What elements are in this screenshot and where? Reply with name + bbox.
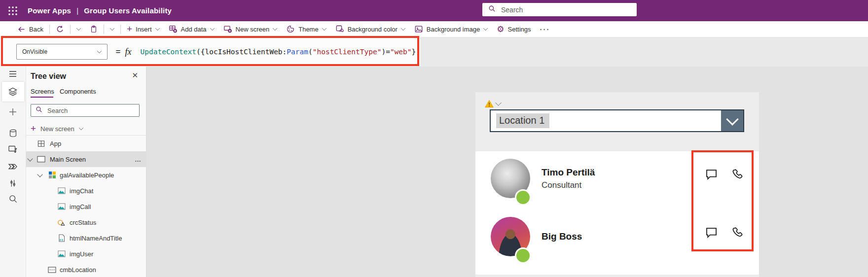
chevron-down-icon: [110, 26, 114, 30]
tree-view-panel: Tree view ✕ Screens Components + New scr…: [26, 67, 146, 277]
chevron-down-icon: [401, 26, 405, 30]
hamburger-icon[interactable]: [6, 68, 19, 80]
image-icon: [57, 250, 66, 258]
toolbar-divider: [49, 25, 50, 34]
tree-search-box[interactable]: [31, 104, 140, 117]
person-title: Consultant: [542, 180, 595, 190]
settings-button[interactable]: ⚙ Settings: [492, 21, 535, 37]
property-selector-value: OnVisible: [22, 48, 47, 55]
add-data-label: Add data: [181, 26, 207, 33]
new-screen-button[interactable]: + New screen: [31, 122, 83, 135]
toolbar-divider: [70, 25, 71, 34]
chevron-down-icon: [273, 26, 277, 30]
person-row-1[interactable]: Timo PertiläConsultant: [475, 155, 759, 213]
tree-item-label: imgChat: [70, 187, 93, 195]
global-search-input[interactable]: [500, 5, 625, 14]
combobox-dropdown-button[interactable]: [721, 110, 743, 131]
insert-menu[interactable]: + Insert: [122, 21, 164, 37]
app-header: Power Apps | Group Users Availability: [0, 0, 868, 21]
toolbar-overflow-button[interactable]: ···: [536, 21, 555, 37]
background-color-label: Background color: [348, 26, 398, 33]
tree-item-app[interactable]: App: [26, 136, 146, 151]
chevron-expanded-icon[interactable]: [27, 156, 33, 161]
chevron-down-icon: [483, 26, 488, 30]
media-icon[interactable]: [6, 143, 19, 156]
tree-item-htmlnameandtitle[interactable]: htmlNameAndTitle: [26, 230, 146, 246]
tree-item-galavailablepeople[interactable]: galAvailablePeople: [26, 167, 146, 183]
back-label: Back: [29, 26, 43, 33]
chevron-down-icon: [726, 113, 738, 125]
waffle-menu-icon[interactable]: [6, 4, 19, 17]
power-automate-icon[interactable]: [6, 160, 19, 173]
person-name: Timo Pertilä: [542, 167, 595, 178]
tab-components[interactable]: Components: [60, 88, 96, 95]
presence-available-badge: [515, 189, 531, 206]
plus-icon: +: [127, 24, 132, 34]
background-image-menu[interactable]: Background image: [410, 21, 492, 37]
formula-token: UpdateContext: [141, 48, 197, 56]
brand-name: Power Apps: [28, 6, 71, 15]
paste-dropdown[interactable]: [106, 21, 119, 37]
property-selector[interactable]: OnVisible: [16, 44, 108, 60]
chevron-down-icon: [155, 26, 159, 30]
equals-sign: =: [116, 47, 121, 57]
global-search-box[interactable]: [482, 3, 637, 16]
overflow-icon: ···: [540, 25, 550, 34]
chevron-down-icon: [97, 48, 101, 53]
chat-icon[interactable]: [704, 225, 718, 239]
back-button[interactable]: Back: [13, 21, 48, 37]
toolbar-divider: [120, 25, 121, 34]
formula-token: Param: [287, 48, 308, 56]
person-name: Big Boss: [542, 231, 582, 242]
data-icon[interactable]: [6, 127, 19, 139]
background-image-label: Background image: [427, 26, 480, 33]
close-icon[interactable]: ✕: [132, 71, 138, 80]
paste-button[interactable]: [85, 21, 102, 37]
tree-item-crcstatus[interactable]: crcStatus: [26, 214, 146, 230]
new-screen-button-label: New screen: [40, 125, 74, 133]
location-combobox[interactable]: Location 1: [490, 109, 744, 132]
search-icon: [488, 5, 496, 14]
tree-view-icon[interactable]: [6, 85, 19, 98]
new-screen-menu[interactable]: New screen: [219, 21, 282, 37]
canvas-area: Location 1 Timo PertiläConsultantBig Bos…: [146, 67, 868, 277]
add-icon[interactable]: [6, 105, 19, 118]
chat-icon[interactable]: [704, 167, 718, 181]
chevron-expanded-icon[interactable]: [37, 172, 42, 177]
undo-button[interactable]: [51, 21, 69, 37]
screen-icon: [37, 155, 45, 164]
tree-item-imgcall[interactable]: imgCall: [26, 199, 146, 214]
add-data-menu[interactable]: Add data: [164, 21, 219, 37]
call-icon[interactable]: [730, 168, 744, 181]
theme-menu[interactable]: Theme: [282, 21, 330, 37]
row-overflow-icon[interactable]: …: [135, 156, 142, 163]
tree-item-main-screen[interactable]: Main Screen…: [26, 151, 146, 167]
powerapps-studio-window: Power Apps | Group Users Availability Ba…: [0, 0, 868, 277]
app-icon: [37, 139, 45, 148]
undo-dropdown[interactable]: [72, 21, 85, 37]
tree-item-imgchat[interactable]: imgChat: [26, 183, 146, 199]
search-icon[interactable]: [6, 192, 19, 205]
tab-screens[interactable]: Screens: [31, 88, 54, 95]
formula-token: )=: [381, 48, 390, 56]
settings-label: Settings: [508, 26, 531, 33]
tree-search-input[interactable]: [46, 106, 132, 115]
title-separator: |: [76, 6, 78, 15]
image-icon: [57, 203, 66, 211]
advanced-tools-icon[interactable]: [6, 177, 19, 190]
warning-indicator[interactable]: [485, 100, 501, 108]
tab-selected-underline: [31, 97, 53, 98]
insert-label: Insert: [136, 26, 152, 33]
tree-item-imguser[interactable]: imgUser: [26, 246, 146, 262]
tree-item-cmblocation[interactable]: cmbLocation: [26, 262, 146, 277]
tree-item-label: cmbLocation: [60, 266, 96, 274]
background-color-menu[interactable]: Background color: [331, 21, 410, 37]
search-icon: [36, 106, 42, 115]
chevron-down-icon: [76, 26, 81, 30]
formula-input[interactable]: UpdateContext({locIsHostClientWeb:Param(…: [141, 48, 421, 56]
formula-bar: OnVisible = fx UpdateContext({locIsHostC…: [0, 37, 868, 67]
app-title: Power Apps | Group Users Availability: [28, 0, 172, 21]
person-row-2[interactable]: Big Boss: [475, 213, 759, 272]
call-icon[interactable]: [730, 226, 744, 240]
chevron-down-icon: [322, 26, 326, 30]
